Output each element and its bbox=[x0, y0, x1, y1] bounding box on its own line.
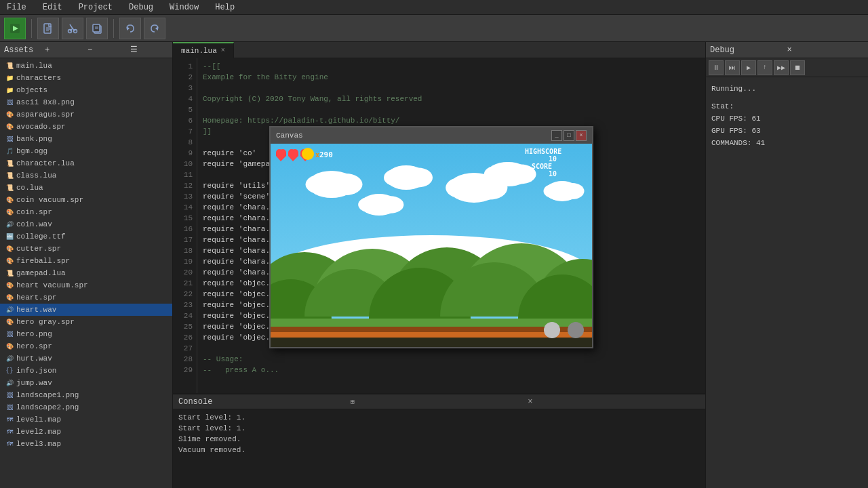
asset-item-characters[interactable]: 📁characters bbox=[0, 72, 172, 84]
asset-name: hero gray.spr bbox=[16, 318, 75, 326]
asset-item-heart-spr[interactable]: 🎨heart.spr bbox=[0, 291, 172, 304]
svg-marker-16 bbox=[155, 26, 158, 30]
debug-pause-button[interactable]: ⏸ bbox=[709, 60, 724, 75]
line-number-24: 24 bbox=[173, 310, 193, 321]
asset-item-main-lua[interactable]: 📜main.lua bbox=[0, 60, 172, 72]
asset-item-character-lua[interactable]: 📜character.lua bbox=[0, 157, 172, 169]
asset-item-gamepad-lua[interactable]: 📜gamepad.lua bbox=[0, 267, 172, 279]
assets-remove-button[interactable]: − bbox=[85, 45, 125, 56]
console-close-icon[interactable]: × bbox=[528, 397, 700, 407]
asset-item-level2-map[interactable]: 🗺level2.map bbox=[0, 426, 172, 438]
asset-type-icon: 🖼 bbox=[5, 98, 14, 106]
line-number-4: 4 bbox=[173, 94, 193, 104]
line-number-12: 12 bbox=[173, 180, 193, 191]
asset-name: avocado.spr bbox=[16, 123, 66, 131]
asset-item-bgm-ogg[interactable]: 🎵bgm.ogg bbox=[0, 145, 172, 157]
asset-item-college-ttf[interactable]: 🔤college.ttf bbox=[0, 230, 172, 243]
asset-item-ascii-8x8-png[interactable]: 🖼ascii 8x8.png bbox=[0, 96, 172, 108]
debug-stepout-button[interactable]: ↑ bbox=[757, 60, 772, 75]
assets-add-button[interactable]: + bbox=[43, 45, 83, 56]
svg-marker-15 bbox=[127, 26, 130, 30]
asset-item-heart-vacuum-spr[interactable]: 🎨heart vacuum.spr bbox=[0, 279, 172, 291]
redo-button[interactable] bbox=[144, 18, 165, 39]
asset-item-level1-map[interactable]: 🗺level1.map bbox=[0, 413, 172, 426]
tab-main-lua[interactable]: main.lua × bbox=[173, 42, 234, 58]
asset-type-icon: 🎨 bbox=[5, 110, 14, 119]
line-number-13: 13 bbox=[173, 191, 193, 202]
line-number-2: 2 bbox=[173, 72, 193, 83]
debug-close-button[interactable]: × bbox=[787, 45, 865, 55]
line-number-21: 21 bbox=[173, 278, 193, 289]
tab-close-icon[interactable]: × bbox=[221, 47, 225, 54]
asset-name: class.lua bbox=[16, 171, 56, 180]
asset-item-info-json[interactable]: {}info.json bbox=[0, 365, 172, 377]
asset-item-landscape1-png[interactable]: 🖼landscape1.png bbox=[0, 389, 172, 401]
asset-type-icon: 📜 bbox=[5, 159, 14, 167]
asset-item-cutter-spr[interactable]: 🎨cutter.spr bbox=[0, 243, 172, 255]
debug-stop-button[interactable]: ⏹ bbox=[790, 60, 805, 75]
asset-name: landscape1.png bbox=[16, 391, 79, 399]
asset-type-icon: 🖼 bbox=[5, 330, 14, 338]
asset-name: hero.spr bbox=[16, 342, 52, 350]
menu-edit[interactable]: Edit bbox=[39, 1, 66, 14]
asset-item-hero-png[interactable]: 🖼hero.png bbox=[0, 328, 172, 340]
asset-item-objects[interactable]: 📁objects bbox=[0, 84, 172, 96]
menu-project[interactable]: Project bbox=[75, 1, 117, 14]
console-expand-icon[interactable]: ⊞ bbox=[351, 398, 523, 406]
asset-name: info.json bbox=[16, 367, 56, 375]
asset-name: level3.map bbox=[16, 440, 61, 448]
asset-name: gamepad.lua bbox=[16, 269, 66, 277]
menu-help[interactable]: Help bbox=[211, 1, 239, 14]
asset-type-icon: 🎨 bbox=[5, 318, 14, 326]
debug-toolbar: ⏸ ⏭ ▶ ↑ ▶▶ ⏹ bbox=[706, 58, 868, 77]
menu-window[interactable]: Window bbox=[165, 1, 203, 14]
line-number-18: 18 bbox=[173, 245, 193, 256]
asset-name: cutter.spr bbox=[16, 245, 61, 253]
asset-item-landscape2-png[interactable]: 🖼landscape2.png bbox=[0, 401, 172, 413]
asset-item-bank-png[interactable]: 🖼bank.png bbox=[0, 133, 172, 145]
asset-item-hero-spr[interactable]: 🎨hero.spr bbox=[0, 340, 172, 352]
menu-debug[interactable]: Debug bbox=[125, 1, 157, 14]
line-number-26: 26 bbox=[173, 332, 193, 343]
canvas-window: Canvas _ □ × bbox=[269, 126, 593, 348]
console-message: Slime removed. bbox=[178, 434, 700, 445]
asset-item-jump-wav[interactable]: 🔊jump.wav bbox=[0, 377, 172, 389]
asset-item-coin-spr[interactable]: 🎨coin.spr bbox=[0, 206, 172, 218]
debug-continue-button[interactable]: ▶▶ bbox=[774, 60, 789, 75]
asset-item-heart-wav[interactable]: 🔊heart.wav bbox=[0, 304, 172, 316]
asset-item-asparagus-spr[interactable]: 🎨asparagus.spr bbox=[0, 108, 172, 121]
debug-step-button[interactable]: ⏭ bbox=[725, 60, 740, 75]
asset-type-icon: 🔤 bbox=[5, 232, 14, 241]
asset-item-coin-vacuum-spr[interactable]: 🎨coin vacuum.spr bbox=[0, 194, 172, 206]
run-button[interactable] bbox=[4, 18, 26, 39]
canvas-close-button[interactable]: × bbox=[576, 130, 587, 141]
tab-bar: main.lua × bbox=[173, 42, 705, 58]
toolbar-separator-1 bbox=[31, 19, 32, 38]
menu-file[interactable]: File bbox=[3, 1, 31, 14]
asset-item-fireball-spr[interactable]: 🎨fireball.spr bbox=[0, 255, 172, 267]
debug-step2-button[interactable]: ▶ bbox=[741, 60, 756, 75]
canvas-title: Canvas bbox=[276, 131, 550, 140]
line-number-1: 1 bbox=[173, 61, 193, 72]
asset-item-level3-map[interactable]: 🗺level3.map bbox=[0, 438, 172, 450]
line-number-28: 28 bbox=[173, 354, 193, 365]
game-canvas bbox=[271, 144, 592, 347]
canvas-maximize-button[interactable]: □ bbox=[564, 130, 574, 141]
new-file-button[interactable] bbox=[37, 18, 59, 39]
asset-item-class-lua[interactable]: 📜class.lua bbox=[0, 169, 172, 182]
debug-status: Running... bbox=[711, 83, 863, 95]
asset-item-hero-gray-spr[interactable]: 🎨hero gray.spr bbox=[0, 316, 172, 328]
undo-button[interactable] bbox=[119, 18, 141, 39]
paste-button[interactable] bbox=[86, 18, 108, 39]
asset-item-co-lua[interactable]: 📜co.lua bbox=[0, 182, 172, 194]
asset-name: ascii 8x8.png bbox=[16, 98, 75, 106]
cut-button[interactable] bbox=[62, 18, 83, 39]
asset-item-avocado-spr[interactable]: 🎨avocado.spr bbox=[0, 121, 172, 133]
console-content: Start level: 1.Start level: 1.Slime remo… bbox=[173, 409, 705, 458]
canvas-minimize-button[interactable]: _ bbox=[551, 130, 562, 141]
asset-item-coin-wav[interactable]: 🔊coin.wav bbox=[0, 218, 172, 230]
line-number-11: 11 bbox=[173, 169, 193, 180]
code-line-29: -- press A o... bbox=[203, 365, 700, 375]
asset-item-hurt-wav[interactable]: 🔊hurt.wav bbox=[0, 352, 172, 365]
assets-menu-button[interactable]: ☰ bbox=[128, 44, 168, 56]
